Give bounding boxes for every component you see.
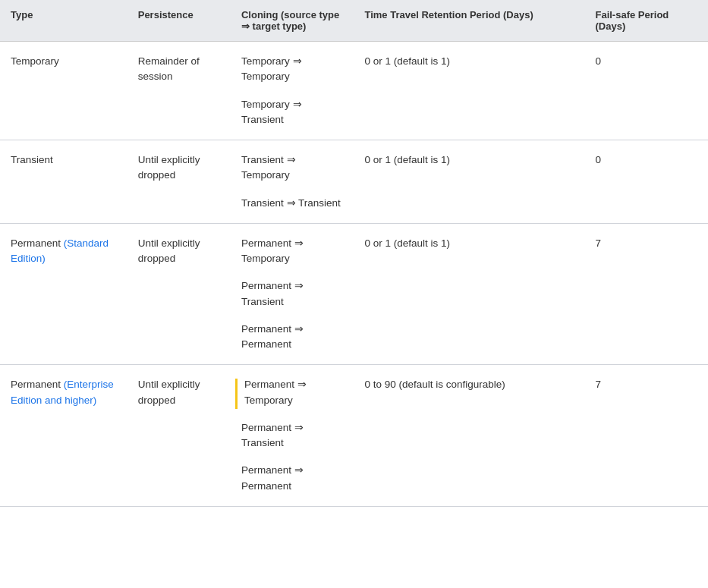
cloning-text: Temporary ⇒ Temporary <box>241 55 302 82</box>
data-table: Type Persistence Cloning (source type ⇒ … <box>0 0 708 507</box>
cell-type: Permanent (Enterprise Edition and higher… <box>0 365 127 507</box>
cloning-text: Permanent ⇒ Permanent <box>241 323 304 350</box>
cloning-entry: Permanent ⇒ Temporary <box>241 377 343 408</box>
highlight-bar <box>235 379 238 409</box>
cell-persistence: Until explicitly dropped <box>127 365 231 507</box>
cell-type: Transient <box>0 140 127 224</box>
cloning-text: Temporary ⇒ Transient <box>241 99 302 125</box>
cloning-entry: Transient ⇒ Temporary <box>241 153 343 184</box>
cell-persistence: Remainder of session <box>127 42 231 140</box>
cell-cloning: Permanent ⇒ TemporaryPermanent ⇒ Transie… <box>231 365 354 507</box>
cloning-entry: Transient ⇒ Transient <box>241 196 343 211</box>
cloning-text: Permanent ⇒ Temporary <box>244 379 307 405</box>
cloning-text: Transient ⇒ Transient <box>241 197 341 209</box>
cell-type: Permanent (Standard Edition) <box>0 223 127 365</box>
cloning-text: Permanent ⇒ Permanent <box>241 464 304 491</box>
cloning-entry: Temporary ⇒ Temporary <box>241 54 343 85</box>
cell-timetravel: 0 to 90 (default is configurable) <box>354 365 584 507</box>
cloning-text: Transient ⇒ Temporary <box>241 154 296 181</box>
cell-failsafe: 0 <box>584 140 708 224</box>
cloning-entry: Permanent ⇒ Temporary <box>241 236 343 267</box>
type-link[interactable]: (Standard Edition) <box>11 237 109 264</box>
cloning-entry: Permanent ⇒ Transient <box>241 278 343 310</box>
cell-failsafe: 7 <box>584 365 708 507</box>
cell-cloning: Transient ⇒ TemporaryTransient ⇒ Transie… <box>231 140 354 224</box>
table-row: TemporaryRemainder of sessionTemporary ⇒… <box>0 42 708 140</box>
table-row: TransientUntil explicitly droppedTransie… <box>0 140 708 224</box>
cell-persistence: Until explicitly dropped <box>127 223 231 365</box>
type-link[interactable]: (Enterprise Edition and higher) <box>11 379 114 405</box>
cell-timetravel: 0 or 1 (default is 1) <box>354 42 584 140</box>
col-header-type: Type <box>0 0 127 42</box>
cell-timetravel: 0 or 1 (default is 1) <box>354 223 584 365</box>
cloning-entry: Permanent ⇒ Transient <box>241 420 343 451</box>
col-header-failsafe: Fail-safe Period (Days) <box>584 0 708 42</box>
table-header-row: Type Persistence Cloning (source type ⇒ … <box>0 0 708 42</box>
table-row: Permanent (Standard Edition)Until explic… <box>0 223 708 365</box>
cell-failsafe: 7 <box>584 223 708 365</box>
cloning-text: Permanent ⇒ Temporary <box>241 237 304 264</box>
cloning-text: Permanent ⇒ Transient <box>241 280 304 307</box>
cell-timetravel: 0 or 1 (default is 1) <box>354 140 584 224</box>
col-header-timetravel: Time Travel Retention Period (Days) <box>354 0 584 42</box>
cell-failsafe: 0 <box>584 42 708 140</box>
cell-persistence: Until explicitly dropped <box>127 140 231 224</box>
cell-type: Temporary <box>0 42 127 140</box>
cloning-text: Permanent ⇒ Transient <box>241 422 304 448</box>
col-header-cloning: Cloning (source type ⇒ target type) <box>231 0 354 42</box>
table-container: Type Persistence Cloning (source type ⇒ … <box>0 0 708 588</box>
cell-cloning: Permanent ⇒ TemporaryPermanent ⇒ Transie… <box>231 223 354 365</box>
cloning-entry: Permanent ⇒ Permanent <box>241 322 343 353</box>
col-header-persistence: Persistence <box>127 0 231 42</box>
cell-cloning: Temporary ⇒ TemporaryTemporary ⇒ Transie… <box>231 42 354 140</box>
cloning-entry: Temporary ⇒ Transient <box>241 97 343 128</box>
cloning-entry: Permanent ⇒ Permanent <box>241 463 343 494</box>
table-row: Permanent (Enterprise Edition and higher… <box>0 365 708 507</box>
